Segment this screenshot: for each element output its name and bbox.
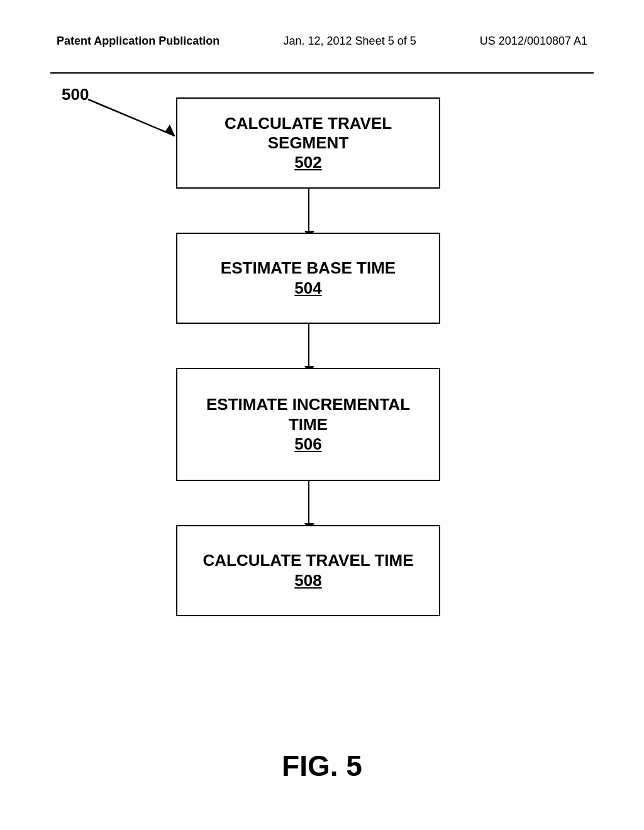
header: Patent Application Publication Jan. 12, … [0, 35, 644, 48]
box-3-text: ESTIMATE INCREMENTAL TIME [190, 395, 426, 434]
date-sheet-label: Jan. 12, 2012 Sheet 5 of 5 [284, 35, 416, 48]
connector-1 [308, 189, 309, 233]
box-4-number: 508 [294, 571, 321, 590]
header-divider [50, 72, 594, 74]
calculate-travel-segment-box: CALCULATE TRAVEL SEGMENT 502 [176, 97, 440, 189]
page: Patent Application Publication Jan. 12, … [0, 0, 644, 830]
estimate-base-time-box: ESTIMATE BASE TIME 504 [176, 233, 440, 324]
estimate-incremental-time-box: ESTIMATE INCREMENTAL TIME 506 [176, 368, 440, 481]
figure-label: FIG. 5 [0, 749, 644, 783]
publication-label: Patent Application Publication [57, 35, 219, 48]
box-1-text: CALCULATE TRAVEL SEGMENT [190, 114, 426, 153]
connector-3 [308, 481, 309, 525]
box-1-number: 502 [294, 153, 321, 172]
calculate-travel-time-box: CALCULATE TRAVEL TIME 508 [176, 525, 440, 616]
box-2-number: 504 [294, 279, 321, 298]
connector-2 [308, 324, 309, 368]
svg-line-0 [88, 99, 175, 136]
box-3-number: 506 [294, 434, 321, 454]
box-4-text: CALCULATE TRAVEL TIME [203, 551, 413, 570]
patent-number-label: US 2012/0010807 A1 [480, 35, 587, 48]
box-2-text: ESTIMATE BASE TIME [221, 258, 396, 278]
start-arrow [82, 93, 182, 143]
